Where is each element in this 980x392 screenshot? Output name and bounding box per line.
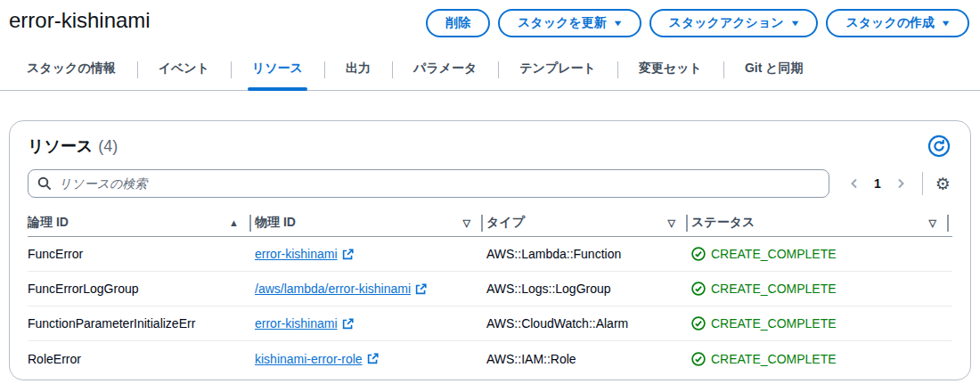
logical-id-cell: FunctionParameterInitializeErr — [28, 316, 255, 331]
column-header-type[interactable]: タイプ ▽ — [486, 209, 691, 236]
external-link-icon — [367, 353, 379, 364]
success-check-icon — [691, 352, 706, 366]
physical-id-link[interactable]: /aws/lambda/error-kishinami — [255, 282, 411, 296]
create-stack-button[interactable]: スタックの作成 ▼ — [826, 9, 969, 37]
gear-icon: ⚙ — [935, 176, 951, 192]
success-check-icon — [691, 282, 706, 296]
refresh-icon — [927, 135, 951, 158]
status-text: CREATE_COMPLETE — [711, 352, 837, 366]
column-header-status[interactable]: ステータス ▽ — [691, 209, 952, 236]
status-text: CREATE_COMPLETE — [711, 316, 837, 331]
search-icon — [37, 176, 52, 191]
table-row: FuncErrorLogGroup /aws/lambda/error-kish… — [28, 272, 952, 306]
tab-template[interactable]: テンプレート — [498, 51, 617, 90]
column-resize-handle[interactable] — [686, 215, 688, 232]
panel-title-group: リソース(4) — [28, 135, 118, 157]
caret-down-icon: ▼ — [940, 20, 951, 28]
caret-down-icon: ▼ — [789, 20, 800, 28]
sort-default-icon[interactable]: ▽ — [929, 217, 936, 229]
success-check-icon — [691, 316, 706, 331]
previous-page-button[interactable] — [845, 175, 863, 192]
external-link-icon — [415, 283, 427, 295]
physical-id-link[interactable]: error-kishinami — [255, 316, 338, 331]
resources-panel: リソース(4) 1 — [9, 120, 971, 380]
resources-table: 論理 ID ▲ 物理 ID ▽ タイプ ▽ ステータス ▽ FuncErr — [28, 209, 952, 376]
sort-ascending-icon[interactable]: ▲ — [229, 217, 239, 228]
toolbar-divider — [922, 172, 923, 195]
resource-type-cell: AWS::IAM::Role — [486, 352, 691, 366]
status-cell: CREATE_COMPLETE — [691, 247, 952, 261]
tab-change-sets[interactable]: 変更セット — [617, 51, 723, 90]
physical-id-link[interactable]: kishinami-error-role — [255, 352, 363, 366]
tab-stack-info[interactable]: スタックの情報 — [27, 51, 137, 90]
column-header-physical-id[interactable]: 物理 ID ▽ — [255, 209, 486, 236]
resource-search-input[interactable] — [59, 176, 820, 191]
sort-default-icon[interactable]: ▽ — [463, 217, 470, 229]
page-header: error-kishinami 削除 スタックを更新 ▼ スタックアクション ▼… — [0, 0, 980, 37]
panel-title: リソース — [28, 137, 93, 155]
next-page-button[interactable] — [892, 175, 910, 192]
current-page-number[interactable]: 1 — [867, 176, 888, 191]
logical-id-cell: FuncErrorLogGroup — [28, 282, 255, 296]
status-text: CREATE_COMPLETE — [711, 247, 837, 261]
resource-type-cell: AWS::CloudWatch::Alarm — [486, 316, 691, 331]
logical-id-cell: RoleError — [28, 352, 255, 366]
column-resize-handle[interactable] — [481, 215, 483, 232]
status-cell: CREATE_COMPLETE — [691, 282, 952, 296]
tab-outputs[interactable]: 出力 — [324, 51, 392, 90]
table-row: FuncError error-kishinami AWS::Lambda::F… — [28, 237, 952, 272]
physical-id-link[interactable]: error-kishinami — [255, 247, 338, 261]
caret-down-icon: ▼ — [612, 20, 623, 28]
preferences-button[interactable]: ⚙ — [934, 174, 952, 194]
logical-id-cell: FuncError — [28, 247, 255, 261]
stack-actions-button[interactable]: スタックアクション ▼ — [649, 9, 819, 37]
tab-resources[interactable]: リソース — [231, 51, 324, 90]
table-row: RoleError kishinami-error-role AWS::IAM:… — [28, 341, 952, 376]
resource-type-cell: AWS::Lambda::Function — [486, 247, 691, 261]
resource-search-box[interactable] — [28, 169, 829, 198]
column-resize-handle[interactable] — [249, 215, 251, 232]
table-header-row: 論理 ID ▲ 物理 ID ▽ タイプ ▽ ステータス ▽ — [28, 209, 952, 237]
chevron-right-icon — [894, 176, 908, 191]
resource-type-cell: AWS::Logs::LogGroup — [486, 282, 691, 296]
tab-git-sync[interactable]: Git と同期 — [723, 51, 825, 90]
column-resize-handle[interactable] — [947, 215, 949, 232]
resource-count-badge: (4) — [98, 137, 118, 155]
tab-events[interactable]: イベント — [137, 51, 231, 90]
pagination: 1 — [845, 175, 910, 192]
update-stack-button[interactable]: スタックを更新 ▼ — [498, 9, 641, 37]
status-cell: CREATE_COMPLETE — [691, 316, 952, 331]
tab-parameters[interactable]: パラメータ — [392, 51, 498, 90]
stack-name-title: error-kishinami — [9, 8, 151, 33]
table-row: FunctionParameterInitializeErr error-kis… — [28, 306, 952, 341]
stack-detail-tabs: スタックの情報 イベント リソース 出力 パラメータ テンプレート 変更セット … — [0, 51, 980, 91]
chevron-left-icon — [847, 176, 862, 191]
delete-button[interactable]: 削除 — [426, 9, 490, 37]
stack-actions-toolbar: 削除 スタックを更新 ▼ スタックアクション ▼ スタックの作成 ▼ — [426, 8, 969, 37]
column-header-logical-id[interactable]: 論理 ID ▲ — [28, 209, 255, 236]
external-link-icon — [342, 249, 354, 260]
sort-default-icon[interactable]: ▽ — [668, 217, 675, 229]
success-check-icon — [691, 247, 706, 261]
status-text: CREATE_COMPLETE — [711, 282, 837, 296]
refresh-button[interactable] — [926, 133, 952, 159]
status-cell: CREATE_COMPLETE — [691, 352, 952, 366]
external-link-icon — [342, 318, 354, 330]
